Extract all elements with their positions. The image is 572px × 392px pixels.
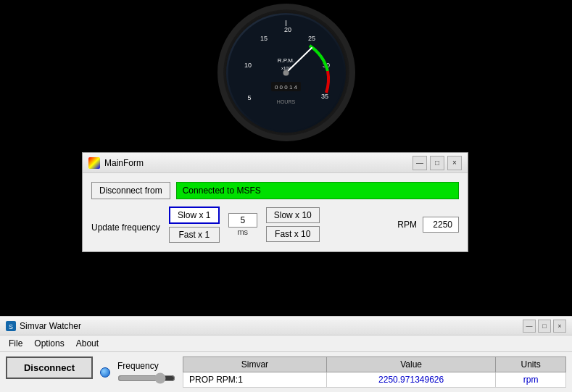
- freq-ms-section: 5 ms: [228, 213, 257, 236]
- gauge-container: 5 10 15 20 25 30 35 R.P.M. x100: [217, 4, 355, 141]
- top-area: 5 10 15 20 25 30 35 R.P.M. x100: [0, 0, 572, 145]
- minimize-button[interactable]: —: [413, 156, 427, 170]
- main-form-window: MainForm — □ × Disconnect from Connected…: [82, 152, 468, 252]
- svg-text:35: 35: [321, 93, 328, 100]
- cell-units: rpm: [496, 372, 566, 388]
- disconnect-from-button[interactable]: Disconnect from: [91, 182, 170, 199]
- taskbar-maximize-button[interactable]: □: [538, 320, 551, 333]
- svg-text:25: 25: [308, 35, 315, 42]
- cell-simvar: PROP RPM:1: [183, 372, 327, 388]
- taskbar-title: Simvar Watcher: [20, 321, 523, 331]
- freq-group: Frequency: [100, 356, 175, 388]
- svg-text:20: 20: [284, 26, 291, 33]
- slow-x10-button[interactable]: Slow x 10: [266, 207, 320, 223]
- table-section: Simvar Value Units PROP RPM:12250.971349…: [183, 356, 566, 388]
- connection-row: Disconnect from Connected to MSFS: [91, 182, 459, 199]
- table-row: PROP RPM:12250.971349626rpm: [183, 372, 566, 388]
- rpm-label: RPM: [397, 220, 417, 230]
- freq-buttons-left: Slow x 1 Fast x 1: [169, 207, 220, 243]
- close-button[interactable]: ×: [447, 156, 462, 170]
- menu-about[interactable]: About: [70, 337, 104, 350]
- svg-text:10: 10: [244, 62, 252, 69]
- window-controls: — □ ×: [413, 156, 462, 170]
- slow-x1-button[interactable]: Slow x 1: [169, 207, 220, 224]
- window-app-icon: [88, 157, 100, 169]
- simvar-watcher-icon: S: [6, 321, 16, 331]
- maximize-button[interactable]: □: [430, 156, 444, 170]
- connection-status: Connected to MSFS: [176, 182, 459, 199]
- cell-value: 2250.971349626: [326, 372, 495, 388]
- simvar-watcher-window: S Simvar Watcher — □ × File Options Abou…: [0, 316, 572, 392]
- svg-text:R.P.M.: R.P.M.: [278, 57, 294, 64]
- rpm-section: RPM 2250: [397, 217, 459, 233]
- window-content: Disconnect from Connected to MSFS Update…: [83, 173, 468, 251]
- window-titlebar: MainForm — □ ×: [83, 153, 468, 173]
- svg-text:0 0 0 1 4: 0 0 0 1 4: [275, 84, 298, 91]
- svg-text:15: 15: [260, 35, 268, 42]
- freq-slider-container[interactable]: [117, 372, 175, 384]
- svg-text:5: 5: [247, 94, 251, 101]
- col-header-simvar: Simvar: [183, 357, 327, 372]
- col-header-value: Value: [326, 357, 495, 372]
- disconnect-section: Disconnect: [6, 356, 93, 388]
- ms-label: ms: [237, 228, 248, 236]
- gauge-inner: 5 10 15 20 25 30 35 R.P.M. x100: [226, 13, 346, 133]
- frequency-taskbar: Frequency: [117, 361, 175, 384]
- frequency-slider[interactable]: [117, 372, 175, 384]
- window-title: MainForm: [104, 158, 413, 168]
- main-content: Disconnect Frequency Simvar Value Units: [0, 352, 572, 392]
- rpm-value: 2250: [423, 217, 459, 233]
- simvar-table: Simvar Value Units PROP RPM:12250.971349…: [183, 356, 566, 388]
- svg-text:HOURS: HOURS: [277, 99, 296, 104]
- svg-text:S: S: [9, 323, 13, 330]
- radio-dot: [100, 367, 110, 378]
- menu-file[interactable]: File: [3, 337, 28, 350]
- taskbar-titlebar: S Simvar Watcher — □ ×: [0, 317, 572, 335]
- update-frequency-label: Update frequency: [91, 217, 160, 233]
- freq-buttons-right: Slow x 10 Fast x 10: [266, 207, 320, 242]
- gauge-svg: 5 10 15 20 25 30 35 R.P.M. x100: [226, 13, 346, 133]
- col-header-units: Units: [496, 357, 566, 372]
- menu-options[interactable]: Options: [28, 337, 70, 350]
- svg-point-11: [283, 70, 289, 75]
- fast-x1-button[interactable]: Fast x 1: [169, 227, 220, 243]
- taskbar-controls: — □ ×: [523, 320, 566, 333]
- taskbar-close-button[interactable]: ×: [553, 320, 566, 333]
- taskbar-minimize-button[interactable]: —: [523, 320, 536, 333]
- frequency-label: Frequency: [117, 361, 159, 371]
- ms-value: 5: [228, 213, 257, 228]
- fast-x10-button[interactable]: Fast x 10: [266, 226, 320, 242]
- menu-bar: File Options About: [0, 335, 572, 352]
- disconnect-button[interactable]: Disconnect: [6, 356, 93, 379]
